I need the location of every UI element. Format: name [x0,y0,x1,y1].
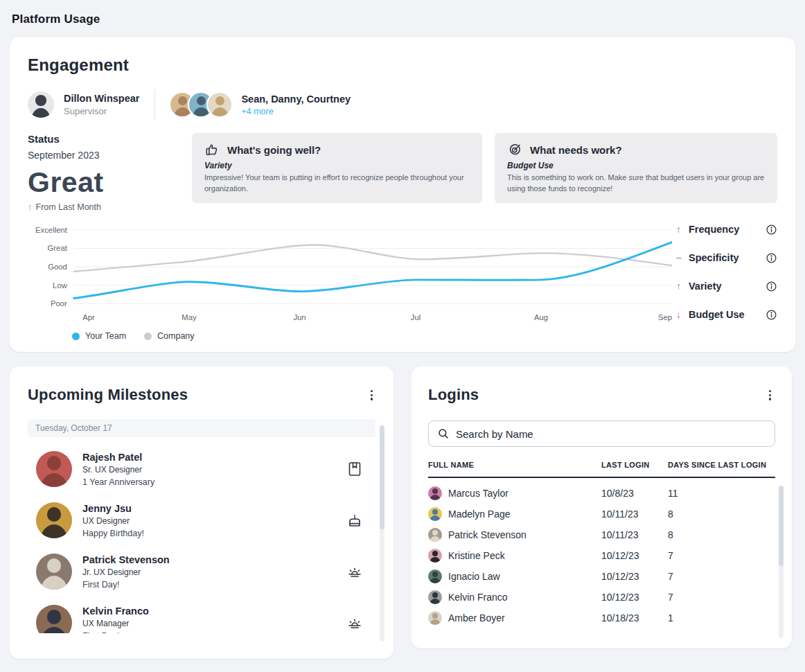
table-row[interactable]: Kelvin Franco 10/12/23 7 [428,587,775,608]
sunrise-icon [346,563,363,580]
info-icon[interactable] [766,252,777,264]
info-icon[interactable] [766,281,777,292]
status-label: Status [28,133,192,145]
your-team-legend-dot [72,333,80,340]
sunrise-icon [346,614,363,631]
search-input[interactable] [456,428,766,440]
team-more-link[interactable]: +4 more [241,107,351,116]
avatar [36,502,72,538]
metric-frequency: ↑ Frequency [676,223,777,236]
scrollbar-thumb[interactable] [779,486,784,566]
status-trend-label: From Last Month [36,202,101,212]
platform-usage-page: Platform Usage Engagement Dillon Winspea… [0,0,805,659]
target-icon [507,142,522,157]
status-period: September 2023 [28,150,192,161]
team-avatar-group[interactable] [169,91,233,118]
milestones-date-header: Tuesday, October 17 [28,419,375,437]
metric-specificity: – Specificity [676,251,777,264]
milestones-title: Upcoming Milestones [28,386,188,404]
list-item[interactable]: Patrick Stevenson Jr. UX Designer First … [28,546,377,597]
column-header-days-since: DAYS SINCE LAST LOGIN [668,461,775,469]
column-header-last-login: LAST LOGIN [601,461,668,469]
x-tick: Jul [411,313,421,321]
y-tick: Poor [51,299,67,308]
logins-title: Logins [428,386,479,404]
company-series-line [74,245,672,272]
table-row[interactable]: Ignacio Law 10/12/23 7 [428,566,775,587]
table-row[interactable]: Amber Boyer 10/18/23 1 [428,608,775,628]
needs-work-body: This is something to work on. Make sure … [507,173,765,195]
avatar [28,91,54,118]
avatar [428,569,442,583]
status-block: Status September 2023 Great ↑ From Last … [28,133,192,212]
engagement-card: Engagement Dillon Winspear Supervisor Se… [10,37,795,352]
list-item[interactable]: Kelvin Franco UX Manager First Day! [28,597,377,633]
avatar [428,528,442,542]
table-row[interactable]: Patrick Stevenson 10/11/23 8 [428,524,775,545]
search-icon [437,427,450,440]
engagement-title: Engagement [28,55,777,75]
logins-table: FULL NAME LAST LOGIN DAYS SINCE LAST LOG… [428,461,775,628]
x-tick: Aug [534,313,548,321]
page-title: Platform Usage [12,12,795,26]
going-well-body: Impressive! Your team is putting in effo… [204,173,468,195]
team-names: Sean, Danny, Courtney [241,94,351,105]
needs-work-tag: Budget Use [507,161,765,170]
x-tick: Sep [658,313,672,321]
trend-up-icon: ↑ [676,281,689,292]
avatar [428,549,442,563]
avatar [428,507,442,521]
avatar [36,451,72,487]
avatar [36,554,72,590]
kebab-menu-icon[interactable] [765,387,775,403]
trend-up-icon: ↑ [28,202,33,212]
avatar [428,611,442,625]
line-chart: Excellent Great Good Low Poor Apr May Ju… [28,222,672,324]
going-well-title: What's going well? [227,144,321,156]
logins-card: Logins FULL NAME LAST LOGIN DAYS SINCE L… [412,366,792,648]
list-item[interactable]: Rajesh Patel Sr. UX Designer 1 Year Anni… [28,443,377,495]
needs-work-callout: What needs work? Budget Use This is some… [495,133,777,203]
scrollbar-thumb[interactable] [380,425,384,529]
trend-down-icon: ↓ [676,309,689,320]
metrics-column: ↑ Frequency – Specificity ↑ [672,222,777,341]
column-header-full-name: FULL NAME [428,461,601,469]
table-row[interactable]: Marcus Taylor 10/8/23 11 [428,483,775,504]
needs-work-title: What needs work? [530,144,622,156]
avatar [36,605,72,633]
upcoming-milestones-card: Upcoming Milestones Tuesday, October 17 … [10,366,393,659]
kebab-menu-icon[interactable] [366,387,377,403]
y-tick: Excellent [35,226,68,234]
people-row: Dillon Winspear Supervisor Sean, Danny, … [28,89,777,121]
y-tick: Good [48,263,67,271]
supervisor-role: Supervisor [64,106,139,116]
x-tick: Apr [82,313,95,321]
supervisor-name: Dillon Winspear [64,93,139,104]
avatar [428,486,442,500]
company-legend-label: Company [157,331,195,341]
info-icon[interactable] [766,309,777,321]
supervisor[interactable]: Dillon Winspear Supervisor [28,91,139,118]
table-row[interactable]: Kristine Peck 10/12/23 7 [428,545,775,566]
avatar [428,590,442,604]
trend-flat-icon: – [676,252,689,263]
book-icon [346,461,363,477]
chart-legend: Your Team Company [72,331,672,341]
metric-budget-use: ↓ Budget Use [676,308,777,321]
engagement-chart: Excellent Great Good Low Poor Apr May Ju… [28,222,672,341]
company-legend-dot [144,333,152,340]
y-tick: Low [53,281,67,290]
trend-up-icon: ↑ [676,224,689,235]
x-tick: Jun [293,313,306,321]
status-value: Great [28,166,192,199]
milestones-list: Rajesh Patel Sr. UX Designer 1 Year Anni… [28,443,377,633]
your-team-series-line [74,242,672,299]
y-tick: Great [48,244,68,252]
list-item[interactable]: Jenny Jsu UX Designer Happy Birthday! [28,495,377,546]
going-well-callout: What's going well? Variety Impressive! Y… [192,133,482,203]
table-row[interactable]: Madelyn Page 10/11/23 8 [428,504,775,524]
search-box[interactable] [428,421,775,447]
divider [154,89,155,120]
info-icon[interactable] [766,224,777,236]
avatar [206,91,233,118]
